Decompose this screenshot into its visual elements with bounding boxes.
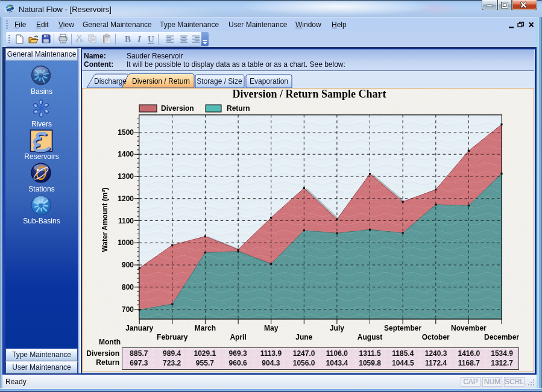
svg-text:B: B [125, 34, 131, 44]
svg-text:December: December [484, 333, 519, 341]
svg-text:1200: 1200 [118, 194, 134, 203]
svg-text:May: May [264, 324, 279, 332]
svg-text:September: September [384, 324, 421, 332]
svg-text:Diversion / Return: Diversion / Return [132, 77, 190, 86]
svg-text:January: January [125, 324, 153, 332]
svg-text:1400: 1400 [118, 150, 134, 158]
svg-text:Discharge: Discharge [94, 77, 127, 86]
svg-text:Diversion: Diversion [161, 104, 194, 113]
svg-text:June: June [295, 333, 312, 341]
svg-text:Evaporation: Evaporation [250, 77, 288, 86]
svg-text:1100: 1100 [118, 217, 134, 225]
svg-text:I: I [137, 34, 142, 44]
svg-text:August: August [358, 333, 382, 341]
svg-text:July: July [330, 324, 344, 332]
svg-text:Return: Return [227, 104, 250, 113]
svg-text:U: U [148, 34, 154, 44]
svg-text:900: 900 [122, 261, 134, 269]
svg-text:November: November [451, 324, 487, 332]
svg-text:700: 700 [122, 305, 134, 314]
svg-text:Storage / Size: Storage / Size [197, 77, 242, 86]
svg-text:April: April [230, 333, 246, 341]
svg-text:800: 800 [122, 283, 134, 291]
svg-text:March: March [195, 324, 216, 332]
svg-text:Month: Month [99, 338, 121, 346]
svg-text:October: October [422, 333, 450, 341]
svg-text:1500: 1500 [118, 128, 134, 137]
svg-text:February: February [157, 333, 188, 341]
svg-text:1000: 1000 [118, 238, 134, 247]
svg-text:Diversion / Return Sample Char: Diversion / Return Sample Chart [233, 88, 386, 100]
svg-text:1300: 1300 [118, 172, 134, 181]
svg-text:Water Amount (m³): Water Amount (m³) [101, 187, 109, 252]
